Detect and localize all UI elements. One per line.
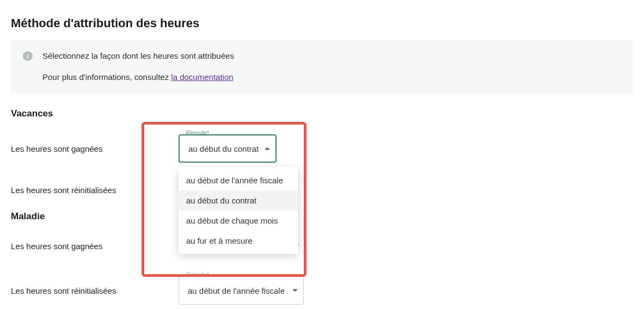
row-vacances-reset: Les heures sont réinitialisées — [11, 186, 633, 195]
select-value-maladie-reset: au début de l'année fiscale — [188, 286, 285, 295]
info-banner: i Sélectionnez la façon dont les heures … — [11, 40, 633, 93]
select-box-maladie-reset[interactable]: au début de l'année fiscale — [179, 276, 304, 305]
info-icon: i — [23, 51, 33, 61]
select-maladie-reset[interactable]: Période* au début de l'année fiscale — [179, 276, 304, 305]
select-box-vacances-gained[interactable]: au début du contrat — [179, 134, 277, 163]
dropdown-option-fur-et-a-mesure[interactable]: au fur et à mesure — [179, 231, 298, 251]
chevron-down-icon — [292, 289, 298, 292]
select-value-vacances-gained: au début du contrat — [188, 144, 259, 153]
dropdown-option-debut-contrat[interactable]: au début du contrat — [179, 190, 298, 211]
info-line2: Pour plus d'informations, consultez la d… — [42, 71, 234, 84]
info-body: Sélectionnez la façon dont les heures so… — [42, 50, 234, 83]
page-title: Méthode d'attribution des heures — [11, 16, 633, 30]
label-maladie-gained: Les heures sont gagnées — [11, 242, 169, 251]
dropdown-option-annee-fiscale[interactable]: au début de l'année fiscale — [179, 170, 298, 190]
label-maladie-reset: Les heures sont réinitialisées — [11, 286, 169, 295]
row-vacances-gained: Les heures sont gagnées Période* au débu… — [11, 129, 633, 163]
label-vacances-gained: Les heures sont gagnées — [11, 144, 169, 153]
select-vacances-gained[interactable]: Période* au début du contrat au début de… — [179, 134, 277, 163]
documentation-link[interactable]: la documentation — [171, 72, 233, 82]
info-line2-prefix: Pour plus d'informations, consultez — [42, 72, 171, 82]
label-vacances-reset: Les heures sont réinitialisées — [11, 186, 169, 195]
section-maladie-title: Maladie — [11, 211, 633, 222]
dropdown-option-chaque-mois[interactable]: au début de chaque mois — [179, 211, 298, 231]
info-line1: Sélectionnez la façon dont les heures so… — [42, 50, 234, 63]
chevron-up-icon — [265, 147, 270, 150]
section-vacances-title: Vacances — [11, 108, 633, 119]
dropdown-menu-periode: au début de l'année fiscale au début du … — [179, 167, 298, 254]
row-maladie-reset: Les heures sont réinitialisées Période* … — [11, 276, 633, 305]
row-maladie-gained: Les heures sont gagnées — [11, 232, 633, 260]
